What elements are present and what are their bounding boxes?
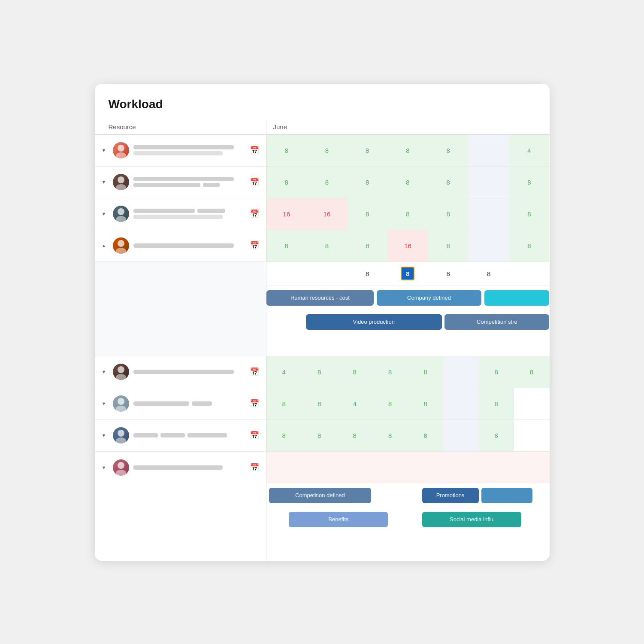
workload-grid: Resource June ▼ 📅 8 8 8 <box>95 120 550 561</box>
expand-icon-2[interactable]: ▼ <box>102 179 109 185</box>
resource-info-4: ▲ 📅 <box>95 230 266 261</box>
task-bar-competition[interactable]: Competition stre <box>444 314 549 330</box>
calendar-icon-3[interactable]: 📅 <box>250 209 259 219</box>
cell-4-2[interactable]: 8 <box>347 230 387 261</box>
cell-8-3 <box>372 452 408 483</box>
resource-info-7: ▼ 📅 <box>95 420 266 451</box>
cell-3-3[interactable]: 8 <box>387 198 428 230</box>
resource-name-4 <box>133 243 245 248</box>
cell-2-0[interactable]: 8 <box>266 167 307 198</box>
cell-3-1[interactable]: 16 <box>307 198 347 230</box>
resource-name-2 <box>133 177 245 187</box>
calendar-icon-5[interactable]: 📅 <box>250 367 259 377</box>
task-bar-social-media[interactable]: Social media influ <box>422 512 521 527</box>
cell-6-3[interactable]: 8 <box>372 388 408 419</box>
calendar-icon-1[interactable]: 📅 <box>250 146 259 155</box>
resource-row-7: ▼ 📅 8 8 8 8 <box>95 420 550 452</box>
task-bar-hr-cost[interactable]: Human resources - cost <box>266 290 374 306</box>
cell-2-6[interactable]: 8 <box>509 167 549 198</box>
cell-2-5 <box>469 167 509 198</box>
expand-icon-5[interactable]: ▼ <box>102 369 109 374</box>
cell-6-4[interactable]: 8 <box>408 388 444 419</box>
cell-5-4[interactable]: 8 <box>408 356 444 388</box>
task-bar-benefits[interactable]: Benefits <box>289 512 388 527</box>
cell-5-2[interactable]: 8 <box>337 356 373 388</box>
selected-cell-val[interactable]: 8 <box>401 267 414 280</box>
app-container: Workload Resource June ▼ 📅 8 <box>95 84 550 561</box>
cell-5-7[interactable]: 8 <box>514 356 550 388</box>
cell-3-2[interactable]: 8 <box>347 198 387 230</box>
cell-5-0[interactable]: 4 <box>266 356 302 388</box>
cell-2-4[interactable]: 8 <box>428 167 469 198</box>
cell-2-3[interactable]: 8 <box>387 167 428 198</box>
resource-name-7 <box>133 433 245 437</box>
expand-icon-3[interactable]: ▼ <box>102 211 109 216</box>
cell-2-2[interactable]: 8 <box>347 167 387 198</box>
cell-5-3[interactable]: 8 <box>372 356 408 388</box>
cell-1-3[interactable]: 8 <box>387 135 428 166</box>
task-bar-promotions[interactable]: Promotions <box>422 488 479 503</box>
calendar-icon-8[interactable]: 📅 <box>250 463 259 472</box>
cell-7-4[interactable]: 8 <box>408 420 444 451</box>
cell-4-6[interactable]: 8 <box>509 230 549 261</box>
cell-7-6[interactable]: 8 <box>479 420 514 451</box>
svg-point-5 <box>116 216 126 222</box>
calendar-icon-6[interactable]: 📅 <box>250 399 259 408</box>
expand-icon-7[interactable]: ▼ <box>102 433 109 438</box>
cell-6-6[interactable]: 8 <box>479 388 514 419</box>
cell-3-6[interactable]: 8 <box>509 198 549 230</box>
grid-header: Resource June <box>95 120 550 135</box>
svg-point-0 <box>118 145 124 152</box>
avatar-2 <box>113 174 129 190</box>
expanded-left <box>95 262 266 356</box>
cell-7-3[interactable]: 8 <box>372 420 408 451</box>
cell-3-0[interactable]: 16 <box>266 198 307 230</box>
svg-point-13 <box>116 437 126 444</box>
cell-1-6[interactable]: 4 <box>509 135 549 166</box>
expanded-section: 8 8 8 8 Human resources - cost Company d… <box>95 262 550 356</box>
cell-7-2[interactable]: 8 <box>337 420 373 451</box>
task-bar-company-defined[interactable]: Company defined <box>377 290 481 306</box>
cell-1-1[interactable]: 8 <box>307 135 347 166</box>
expand-icon-4[interactable]: ▲ <box>102 243 109 248</box>
cell-4-3[interactable]: 16 <box>387 230 428 261</box>
cell-6-1[interactable]: 8 <box>302 388 337 419</box>
cell-5-6[interactable]: 8 <box>479 356 514 388</box>
cell-1-0[interactable]: 8 <box>266 135 307 166</box>
svg-point-12 <box>118 430 124 437</box>
calendar-icon-2[interactable]: 📅 <box>250 177 259 187</box>
cell-6-0[interactable]: 8 <box>266 388 302 419</box>
resource-info-1: ▼ 📅 <box>95 135 266 166</box>
task-bar-video[interactable]: Video production <box>306 314 442 330</box>
cell-1-4[interactable]: 8 <box>428 135 469 166</box>
exp-cell-3[interactable]: 8 <box>387 267 428 280</box>
cell-6-2[interactable]: 4 <box>337 388 373 419</box>
cell-2-1[interactable]: 8 <box>307 167 347 198</box>
avatar-8 <box>113 459 129 476</box>
cells-5: 4 8 8 8 8 8 8 <box>266 356 550 388</box>
cell-4-4[interactable]: 8 <box>428 230 469 261</box>
cell-7-1[interactable]: 8 <box>302 420 337 451</box>
cell-1-2[interactable]: 8 <box>347 135 387 166</box>
cell-3-4[interactable]: 8 <box>428 198 469 230</box>
cell-4-0[interactable]: 8 <box>266 230 307 261</box>
task-bar-teal[interactable] <box>484 290 550 306</box>
cell-8-6 <box>479 452 514 483</box>
page-title: Workload <box>95 97 550 120</box>
expand-icon-8[interactable]: ▼ <box>102 465 109 470</box>
cell-7-0[interactable]: 8 <box>266 420 302 451</box>
cell-4-1[interactable]: 8 <box>307 230 347 261</box>
calendar-icon-4[interactable]: 📅 <box>250 241 259 250</box>
task-bar-promotions-2[interactable] <box>481 488 532 503</box>
expand-icon-6[interactable]: ▼ <box>102 401 109 406</box>
exp-cell-4: 8 <box>428 270 469 277</box>
calendar-icon-7[interactable]: 📅 <box>250 431 259 440</box>
cell-4-5 <box>469 230 509 261</box>
cell-5-1[interactable]: 8 <box>302 356 337 388</box>
resource-info-3: ▼ 📅 <box>95 198 266 230</box>
expand-icon-1[interactable]: ▼ <box>102 148 109 153</box>
resource-row-6: ▼ 📅 8 8 4 8 8 8 <box>95 388 550 420</box>
cell-3-5 <box>469 198 509 230</box>
task-bar-competition-defined[interactable]: Competition defined <box>269 488 371 503</box>
avatar-7 <box>113 427 129 444</box>
